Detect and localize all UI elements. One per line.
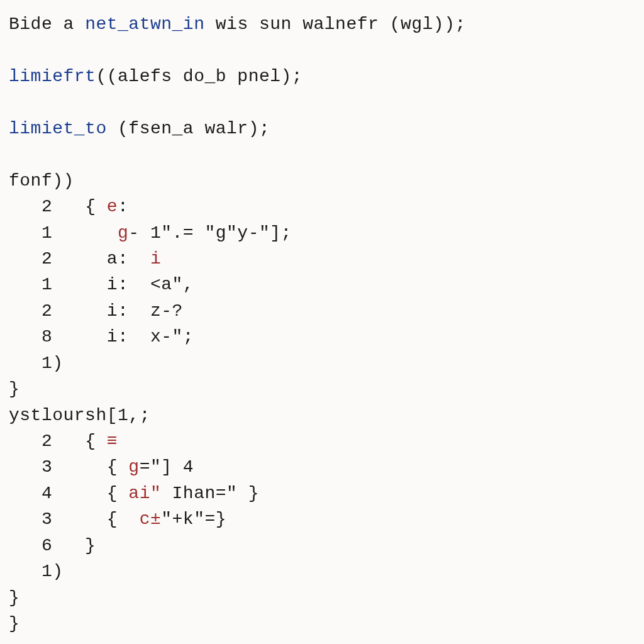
- code-line: 1): [9, 558, 635, 584]
- blank-line: [9, 142, 635, 167]
- code-line: 1): [9, 350, 635, 376]
- gutter-number: 1: [9, 275, 107, 294]
- keyword: limiefrt: [9, 67, 96, 86]
- text-fragment: Bide a: [9, 14, 85, 34]
- text-fragment: {: [107, 457, 129, 477]
- text-fragment: Ihan=" }: [161, 484, 259, 503]
- text-fragment: i: z-?: [107, 301, 183, 321]
- accent-token: c±: [140, 509, 162, 529]
- gutter-number: 2: [9, 197, 85, 216]
- gutter-number: 3: [9, 509, 107, 529]
- text-fragment: wis sun walnefr (wgl));: [204, 14, 465, 34]
- text-fragment: "+k"=}: [161, 509, 226, 529]
- keyword: limiet_to: [9, 119, 107, 138]
- code-line: 8 i: x-";: [9, 324, 635, 350]
- text-fragment: (fsen_a walr);: [107, 119, 270, 138]
- blank-line: [9, 37, 635, 63]
- gutter-number: 3: [9, 457, 107, 477]
- gutter-number: 2: [9, 249, 107, 269]
- text-fragment: i: <a",: [107, 275, 194, 294]
- code-line: fonf)): [9, 168, 635, 194]
- gutter-number: 8: [9, 327, 107, 347]
- code-line: 2 a: i: [9, 246, 635, 272]
- code-line: 4 { ai" Ihan=" }: [9, 480, 635, 506]
- text-fragment: {: [85, 431, 107, 451]
- text-fragment: ((alefs do_b pnel);: [96, 67, 303, 86]
- text-fragment: :: [118, 197, 128, 216]
- code-line: 3 { c±"+k"=}: [9, 506, 635, 532]
- gutter-number: 2: [9, 431, 85, 451]
- code-line: }: [9, 585, 635, 611]
- code-line: }: [9, 376, 635, 402]
- code-line: 2 { ≡: [9, 428, 635, 454]
- code-line: 3 { g="] 4: [9, 454, 635, 480]
- gutter-number: 4: [9, 484, 107, 503]
- code-line: 1 g- 1".= "g"y-"];: [9, 220, 635, 246]
- keyword: net_atwn_in: [85, 14, 204, 34]
- code-line: Bide a net_atwn_in wis sun walnefr (wgl)…: [9, 11, 635, 37]
- text-fragment: ="] 4: [140, 457, 194, 477]
- accent-token: g: [118, 223, 128, 243]
- code-line: 2 i: z-?: [9, 298, 635, 324]
- code-line: ystloursh[1,;: [9, 402, 635, 428]
- code-line: 2 { e:: [9, 194, 635, 219]
- accent-token: g: [128, 457, 139, 477]
- text-fragment: {: [107, 509, 140, 529]
- code-line: 1 i: <a",: [9, 272, 635, 297]
- accent-token: ai": [128, 484, 161, 503]
- gutter-number: 2: [9, 301, 107, 321]
- code-line: limiefrt((alefs do_b pnel);: [9, 64, 635, 89]
- code-line: limiet_to (fsen_a walr);: [9, 116, 635, 142]
- code-line: 6 }: [9, 533, 635, 558]
- accent-token: i: [150, 249, 161, 269]
- accent-token: ≡: [107, 431, 118, 451]
- text-fragment: {: [85, 197, 107, 216]
- gutter-number: 1: [9, 223, 118, 243]
- code-block: Bide a net_atwn_in wis sun walnefr (wgl)…: [9, 11, 635, 637]
- accent-token: e: [107, 197, 118, 216]
- text-fragment: - 1".= "g"y-"];: [128, 223, 292, 243]
- code-line: }: [9, 611, 635, 636]
- text-fragment: i: x-";: [107, 327, 194, 347]
- text-fragment: {: [107, 484, 129, 503]
- blank-line: [9, 89, 635, 115]
- text-fragment: a:: [107, 249, 150, 269]
